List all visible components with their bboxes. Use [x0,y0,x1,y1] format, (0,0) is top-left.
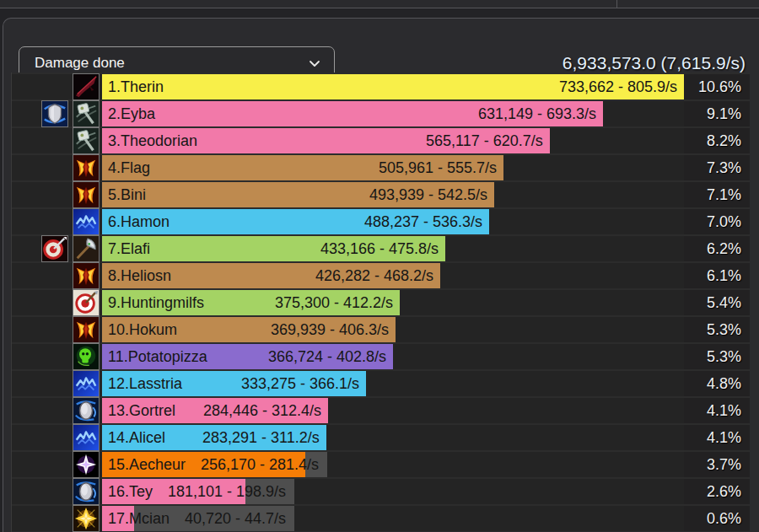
shield-buff-icon [41,100,68,127]
damage-row[interactable]: 8.Heliosn 426,282 - 468.2/s 6.1% [12,261,750,288]
damage-value: 631,149 - 693.3/s [478,101,596,126]
row-icon-gutter [12,506,102,531]
damage-percent: 5.3% [684,317,750,342]
damage-percent: 4.8% [684,371,750,396]
row-bar-area[interactable]: 1.Therin 733,662 - 805.9/s [102,74,684,99]
damage-row[interactable]: 10.Hokum 369,939 - 406.3/s 5.3% [12,315,750,342]
player-name: 14.Alicel [108,425,165,450]
damage-row[interactable]: 2.Eyba 631,149 - 693.3/s 9.1% [12,99,750,126]
row-bar-area[interactable]: 8.Heliosn 426,282 - 468.2/s [102,263,684,288]
row-bar-area[interactable]: 2.Eyba 631,149 - 693.3/s [102,101,684,126]
row-icon-gutter [12,317,102,342]
chevron-down-icon [308,56,321,70]
row-bar-area[interactable]: 15.Aecheur 256,170 - 281.4/s [102,452,684,477]
damage-row[interactable]: 5.Bini 493,939 - 542.5/s 7.1% [12,180,750,207]
oval-shield-icon [73,478,100,505]
row-bar-area[interactable]: 17.Mcian 40,720 - 44.7/s [102,506,684,531]
player-name: 9.Huntingmilfs [108,290,204,315]
damage-percent: 9.1% [684,101,750,126]
row-bar-area[interactable]: 3.Theodorian 565,117 - 620.7/s [102,128,684,153]
row-icon-gutter [12,236,102,261]
storm-wolf-icon [73,424,100,451]
row-bar-area[interactable]: 7.Elafi 433,166 - 475.8/s [102,236,684,261]
row-icon-gutter [12,479,102,504]
row-icon-gutter [12,209,102,234]
damage-row[interactable]: 15.Aecheur 256,170 - 281.4/s 3.7% [12,450,750,477]
row-icon-gutter [12,290,102,315]
damage-percent: 7.0% [684,209,750,234]
row-icon-gutter [12,425,102,450]
oval-shield-icon [73,397,100,424]
row-bar-area[interactable]: 12.Lasstria 333,275 - 366.1/s [102,371,684,396]
row-bar-area[interactable]: 11.Potatopizza 366,724 - 402.8/s [102,344,684,369]
row-icon-gutter [12,263,102,288]
damage-row[interactable]: 16.Tey 181,101 - 198.9/s 2.6% [12,477,750,504]
damage-percent: 7.3% [684,155,750,180]
row-bar-area[interactable]: 13.Gortrel 284,446 - 312.4/s [102,398,684,423]
row-icon-gutter [12,182,102,207]
storm-wolf-icon [73,370,100,397]
damage-value: 426,282 - 468.2/s [315,263,433,288]
damage-row[interactable]: 1.Therin 733,662 - 805.9/s 10.6% [12,73,750,99]
player-name: 13.Gortrel [108,398,175,423]
axe-icon [73,235,100,262]
damage-value: 733,662 - 805.9/s [559,74,677,99]
metric-selector-label: Damage done [35,55,125,72]
row-bar-area[interactable]: 4.Flag 505,961 - 555.7/s [102,155,684,180]
damage-row[interactable]: 17.Mcian 40,720 - 44.7/s 0.6% [12,504,750,531]
player-name: 16.Tey [108,479,153,504]
damage-value: 333,275 - 366.1/s [241,371,359,396]
player-name: 1.Therin [108,74,164,99]
damage-value: 505,961 - 555.7/s [379,155,497,180]
damage-row[interactable]: 13.Gortrel 284,446 - 312.4/s 4.1% [12,396,750,423]
damage-row[interactable]: 9.Huntingmilfs 375,300 - 412.2/s 5.4% [12,288,750,315]
row-bar-area[interactable]: 16.Tey 181,101 - 198.9/s [102,479,684,504]
damage-row[interactable]: 14.Alicel 283,291 - 311.2/s 4.1% [12,423,750,450]
row-bar-area[interactable]: 14.Alicel 283,291 - 311.2/s [102,425,684,450]
damage-value: 181,101 - 198.9/s [168,479,286,504]
fel-skull-icon [73,343,100,370]
damage-percent: 0.6% [684,506,750,531]
damage-row[interactable]: 12.Lasstria 333,275 - 366.1/s 4.8% [12,369,750,396]
damage-value: 493,939 - 542.5/s [369,182,487,207]
damage-value: 369,939 - 406.3/s [271,317,389,342]
target-buff-icon [41,235,68,262]
damage-row[interactable]: 3.Theodorian 565,117 - 620.7/s 8.2% [12,126,750,153]
row-bar-area[interactable]: 6.Hamon 488,237 - 536.3/s [102,209,684,234]
damage-value: 284,446 - 312.4/s [203,398,321,423]
damage-row[interactable]: 6.Hamon 488,237 - 536.3/s 7.0% [12,207,750,234]
damage-value: 488,237 - 536.3/s [364,209,482,234]
damage-value: 433,166 - 475.8/s [320,236,439,261]
player-name: 4.Flag [108,155,150,180]
damage-rows-list: 1.Therin 733,662 - 805.9/s 10.6% 2.Eyba … [11,73,750,532]
row-icon-gutter [12,128,102,153]
damage-value: 256,170 - 281.4/s [201,452,319,477]
row-icon-gutter [12,398,102,423]
row-icon-gutter [12,74,102,99]
damage-percent: 7.1% [684,182,750,207]
window-above-bottom-edge [0,0,759,8]
damage-percent: 6.1% [684,263,750,288]
damage-row[interactable]: 4.Flag 505,961 - 555.7/s 7.3% [12,153,750,180]
player-name: 12.Lasstria [108,371,182,396]
damage-percent: 5.3% [684,344,750,369]
player-name: 8.Heliosn [108,263,171,288]
row-bar-area[interactable]: 10.Hokum 369,939 - 406.3/s [102,317,684,342]
damage-value: 283,291 - 311.2/s [202,425,320,450]
damage-row[interactable]: 7.Elafi 433,166 - 475.8/s 6.2% [12,234,750,261]
damage-percent: 4.1% [684,398,750,423]
damage-percent: 3.7% [684,452,750,477]
row-icon-gutter [12,155,102,180]
damage-value: 375,300 - 412.2/s [275,290,393,315]
player-name: 6.Hamon [108,209,170,234]
player-name: 3.Theodorian [108,128,197,153]
row-bar-area[interactable]: 9.Huntingmilfs 375,300 - 412.2/s [102,290,684,315]
damage-percent: 10.6% [684,74,750,99]
holy-burst-icon [73,505,100,532]
player-name: 2.Eyba [108,101,155,126]
damage-row[interactable]: 11.Potatopizza 366,724 - 402.8/s 5.3% [12,342,750,369]
damage-value: 40,720 - 44.7/s [185,506,286,531]
player-name: 7.Elafi [108,236,150,261]
damage-value: 366,724 - 402.8/s [268,344,386,369]
row-bar-area[interactable]: 5.Bini 493,939 - 542.5/s [102,182,684,207]
